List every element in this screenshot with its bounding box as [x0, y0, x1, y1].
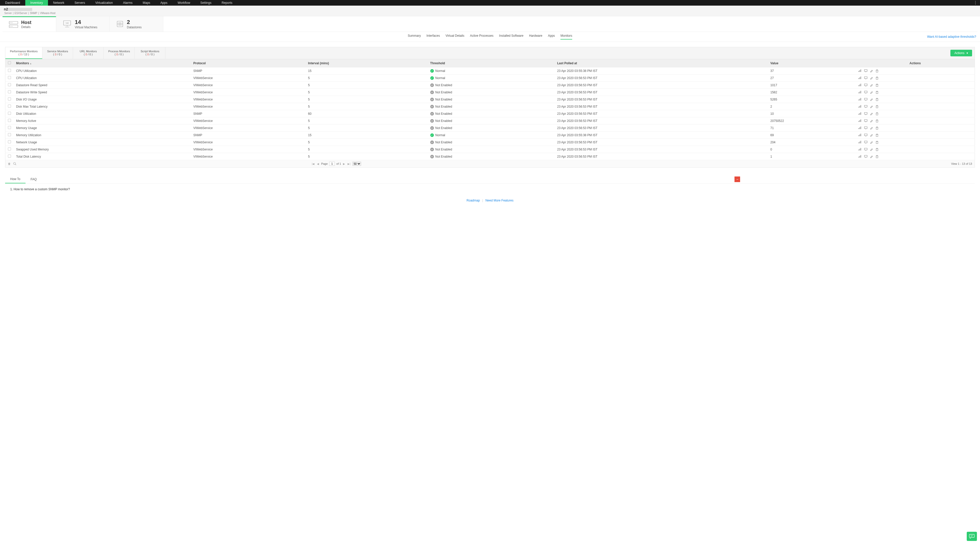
edit-icon[interactable]	[870, 134, 873, 137]
cell-name[interactable]: Network Usage	[14, 139, 191, 146]
row-checkbox[interactable]	[8, 126, 11, 129]
row-checkbox[interactable]	[8, 83, 11, 86]
row-checkbox[interactable]	[8, 97, 11, 100]
nav-alarms[interactable]: Alarms	[118, 0, 138, 6]
crumb-snmp[interactable]: SNMP	[29, 12, 38, 14]
cell-name[interactable]: Memory Usage	[14, 124, 191, 132]
nav-reports[interactable]: Reports	[216, 0, 237, 6]
edit-icon[interactable]	[870, 148, 873, 151]
chart-icon[interactable]	[858, 98, 862, 101]
monitor-tab-url-monitors[interactable]: URL Monitors( 0 / 0 )	[73, 47, 103, 59]
edit-icon[interactable]	[870, 141, 873, 144]
col-polled[interactable]: Last Polled at	[555, 59, 768, 67]
monitor-icon[interactable]	[864, 141, 867, 144]
edit-icon[interactable]	[870, 155, 873, 158]
edit-icon[interactable]	[870, 69, 873, 73]
delete-icon[interactable]	[876, 112, 878, 115]
monitor-icon[interactable]	[864, 148, 867, 151]
delete-icon[interactable]	[876, 141, 878, 144]
edit-icon[interactable]	[870, 76, 873, 79]
monitor-icon[interactable]	[864, 91, 867, 94]
cell-name[interactable]: Memory Active	[14, 117, 191, 124]
edit-icon[interactable]	[870, 119, 873, 122]
nav-workflow[interactable]: Workflow	[172, 0, 195, 6]
monitor-icon[interactable]	[864, 84, 867, 87]
delete-icon[interactable]	[876, 76, 878, 79]
edit-icon[interactable]	[870, 91, 873, 94]
nav-apps[interactable]: Apps	[156, 0, 172, 6]
page-prev-icon[interactable]: ◀	[317, 162, 320, 165]
chart-icon[interactable]	[858, 84, 862, 87]
delete-icon[interactable]	[876, 127, 878, 130]
col-threshold[interactable]: Threshold	[428, 59, 555, 67]
chart-icon[interactable]	[858, 119, 862, 122]
chart-icon[interactable]	[858, 76, 862, 79]
subtab-virtual-details[interactable]: Virtual Details	[445, 34, 465, 40]
card-vms[interactable]: VM 14 Virtual Machines	[56, 16, 110, 32]
monitor-icon[interactable]	[864, 127, 867, 130]
delete-icon[interactable]	[876, 69, 878, 73]
edit-icon[interactable]	[870, 112, 873, 115]
row-checkbox[interactable]	[8, 140, 11, 143]
delete-selected-icon[interactable]: 🗑	[8, 162, 11, 165]
ai-thresholds-link[interactable]: Want AI-based adaptive thresholds?	[927, 35, 976, 38]
row-checkbox[interactable]	[8, 119, 11, 122]
actions-dropdown-button[interactable]: Actions ▾	[950, 50, 972, 56]
nav-servers[interactable]: Servers	[69, 0, 90, 6]
monitor-icon[interactable]	[864, 69, 867, 73]
nav-virtualization[interactable]: Virtualization	[90, 0, 118, 6]
monitor-icon[interactable]	[864, 119, 867, 122]
subtab-active-processes[interactable]: Active Processes	[470, 34, 493, 40]
cell-name[interactable]: Disk Max Total Latency	[14, 103, 191, 110]
delete-icon[interactable]	[876, 105, 878, 108]
more-menu-icon[interactable]: ⋮	[974, 0, 977, 6]
subtab-monitors[interactable]: Monitors	[560, 34, 572, 40]
row-checkbox[interactable]	[8, 76, 11, 79]
row-checkbox[interactable]	[8, 155, 11, 158]
page-last-icon[interactable]: ▶|	[347, 162, 351, 165]
monitor-icon[interactable]	[864, 112, 867, 115]
monitor-tab-performance-monitors[interactable]: Performance Monitors( 0 / 13 )	[5, 47, 42, 59]
card-datastores[interactable]: SSDHDD 2 Datastores	[110, 16, 163, 32]
chart-icon[interactable]	[858, 91, 862, 94]
row-checkbox[interactable]	[8, 147, 11, 151]
cell-name[interactable]: Memory Utilization	[14, 132, 191, 139]
delete-icon[interactable]	[876, 84, 878, 87]
chart-icon[interactable]	[858, 155, 862, 158]
delete-icon[interactable]	[876, 119, 878, 122]
cell-name[interactable]: Total Disk Latency	[14, 153, 191, 160]
chart-icon[interactable]	[858, 69, 862, 73]
subtab-summary[interactable]: Summary	[408, 34, 421, 40]
row-checkbox[interactable]	[8, 69, 11, 72]
monitor-icon[interactable]	[864, 105, 867, 108]
cell-name[interactable]: Disk I/O Usage	[14, 96, 191, 103]
roadmap-link[interactable]: Roadmap	[466, 199, 480, 202]
edit-icon[interactable]	[870, 127, 873, 130]
tab-howto[interactable]: How To	[5, 175, 25, 183]
nav-inventory[interactable]: Inventory	[25, 0, 48, 6]
col-interval[interactable]: Interval (mins)	[305, 59, 428, 67]
monitor-tab-service-monitors[interactable]: Service Monitors( 0 / 0 )	[42, 47, 73, 59]
search-icon[interactable]	[13, 162, 16, 165]
chart-icon[interactable]	[858, 105, 862, 108]
cell-name[interactable]: Disk Utilization	[14, 110, 191, 117]
subtab-apps[interactable]: Apps	[548, 34, 555, 40]
row-checkbox[interactable]	[8, 112, 11, 115]
col-value[interactable]: Value	[768, 59, 856, 67]
page-input[interactable]	[329, 162, 335, 166]
col-monitors[interactable]: Monitors▲	[14, 59, 191, 67]
edit-icon[interactable]	[870, 98, 873, 101]
crumb-esxserver[interactable]: ESXServer	[14, 12, 27, 14]
chart-icon[interactable]	[858, 148, 862, 151]
monitor-tab-script-monitors[interactable]: Script Monitors( 0 / 0 )	[135, 47, 165, 59]
edit-icon[interactable]	[870, 105, 873, 108]
help-question-1[interactable]: 1. How to remove a custom SNMP monitor?	[10, 187, 970, 191]
delete-icon[interactable]	[876, 134, 878, 137]
row-checkbox[interactable]	[8, 133, 11, 136]
delete-icon[interactable]	[876, 155, 878, 158]
col-protocol[interactable]: Protocol	[191, 59, 305, 67]
subtab-interfaces[interactable]: Interfaces	[426, 34, 440, 40]
cell-name[interactable]: Swapped Used Memory	[14, 146, 191, 153]
page-next-icon[interactable]: ▶	[342, 162, 345, 165]
page-first-icon[interactable]: |◀	[311, 162, 315, 165]
